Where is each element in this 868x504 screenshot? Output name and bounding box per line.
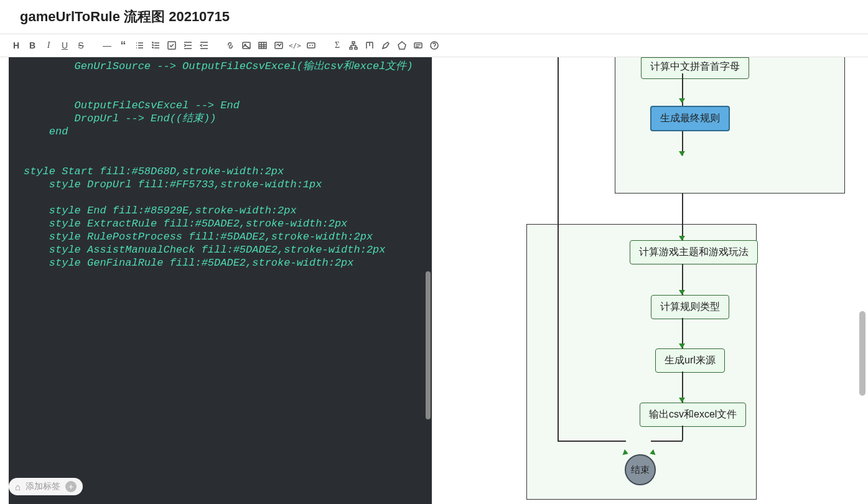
content-area: GenUrlSource --> OutputFileCsvExcel(输出cs… xyxy=(0,57,868,504)
card-icon xyxy=(413,40,423,50)
arrow-icon xyxy=(679,343,685,348)
shape-icon xyxy=(397,40,407,50)
node-theme: 计算游戏主题和游戏玩法 xyxy=(630,240,758,264)
checklist-icon xyxy=(167,40,177,50)
ul-button[interactable] xyxy=(132,38,147,53)
sitemap-button[interactable] xyxy=(346,38,361,53)
arrow-icon xyxy=(679,398,685,403)
svg-rect-9 xyxy=(414,43,422,48)
pane-divider[interactable] xyxy=(432,57,442,504)
sitemap-icon xyxy=(348,40,358,50)
svg-rect-7 xyxy=(350,47,352,49)
code-editor-pane[interactable]: GenUrlSource --> OutputFileCsvExcel(输出cs… xyxy=(9,57,432,504)
shape-button[interactable] xyxy=(394,38,409,53)
indent-button[interactable] xyxy=(180,38,195,53)
edge-line xyxy=(682,193,683,240)
node-gen-final-rule: 生成最终规则 xyxy=(650,106,730,131)
kanban-icon xyxy=(365,40,375,50)
pen-icon xyxy=(381,40,391,50)
node-pinyin: 计算中文拼音首字母 xyxy=(641,57,749,79)
diagram-preview-pane: 计算中文拼音首字母 生成最终规则 计算游戏主题和游戏玩法 计算规则类型 生成ur… xyxy=(442,57,868,504)
toolbar: H B I U S — “ </> Σ xyxy=(0,34,868,57)
code-scrollbar[interactable] xyxy=(426,271,431,419)
tag-icon: ⌂ xyxy=(15,482,21,492)
hr-button[interactable]: — xyxy=(100,38,114,53)
link-icon xyxy=(225,40,235,50)
arrow-icon xyxy=(679,290,685,295)
arrow-icon xyxy=(679,98,685,103)
kanban-button[interactable] xyxy=(362,38,377,53)
underline-button[interactable]: U xyxy=(57,38,72,53)
svg-rect-6 xyxy=(352,42,355,44)
heading-button[interactable]: H xyxy=(9,38,24,53)
edge-line xyxy=(558,57,559,441)
tag-bar[interactable]: ⌂ 添加标签 + xyxy=(9,478,83,495)
flowchart: 计算中文拼音首字母 生成最终规则 计算游戏主题和游戏玩法 计算规则类型 生成ur… xyxy=(442,57,868,498)
node-rule-type: 计算规则类型 xyxy=(651,295,729,319)
svg-rect-3 xyxy=(259,42,266,49)
pen-button[interactable] xyxy=(378,38,393,53)
page-title: gameUrlToRule 流程图 20210715 xyxy=(0,0,868,34)
ol-button[interactable] xyxy=(148,38,163,53)
image-button[interactable] xyxy=(239,38,254,53)
edge-line xyxy=(558,441,626,442)
svg-rect-8 xyxy=(355,47,357,49)
italic-button[interactable]: I xyxy=(41,38,56,53)
outdent-button[interactable] xyxy=(197,38,212,53)
media-button[interactable] xyxy=(271,38,286,53)
table-icon xyxy=(258,40,268,50)
arrow-icon xyxy=(679,151,685,156)
strike-button[interactable]: S xyxy=(73,38,88,53)
link-button[interactable] xyxy=(223,38,238,53)
component-button[interactable] xyxy=(304,38,319,53)
code-button[interactable]: </> xyxy=(287,38,302,53)
tag-placeholder: 添加标签 xyxy=(26,481,60,492)
outdent-icon xyxy=(199,40,209,50)
bold-button[interactable]: B xyxy=(25,38,40,53)
list-ol-icon xyxy=(151,40,161,50)
image-icon xyxy=(241,40,251,50)
component-icon xyxy=(306,40,316,50)
page-scrollbar[interactable] xyxy=(859,311,866,396)
node-output: 输出csv和excel文件 xyxy=(640,403,746,427)
svg-rect-5 xyxy=(307,43,315,48)
media-icon xyxy=(274,40,284,50)
add-tag-button[interactable]: + xyxy=(65,481,77,492)
checklist-button[interactable] xyxy=(164,38,179,53)
formula-button[interactable]: Σ xyxy=(330,38,345,53)
help-button[interactable] xyxy=(427,38,442,53)
help-icon xyxy=(429,40,439,50)
card-button[interactable] xyxy=(411,38,426,53)
edge-line xyxy=(682,426,683,441)
node-end: 结束 xyxy=(625,454,656,485)
code-text: GenUrlSource --> OutputFileCsvExcel(输出cs… xyxy=(9,57,432,272)
table-button[interactable] xyxy=(255,38,270,53)
edge-line xyxy=(651,441,683,442)
quote-button[interactable]: “ xyxy=(116,38,131,53)
list-ul-icon xyxy=(134,40,144,50)
node-url-source: 生成url来源 xyxy=(655,348,725,373)
indent-icon xyxy=(183,40,193,50)
